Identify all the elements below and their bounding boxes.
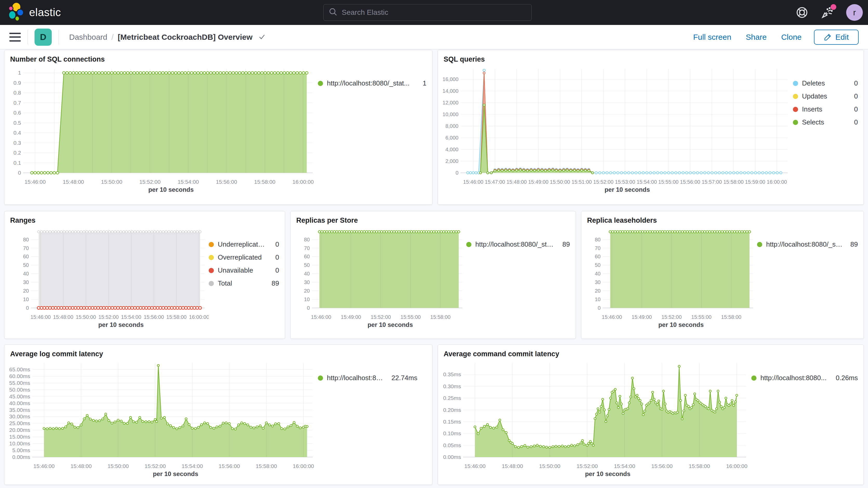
legend-item[interactable]: http://localhost:808...22.74ms bbox=[318, 374, 417, 382]
svg-text:15:56:00: 15:56:00 bbox=[651, 463, 673, 469]
svg-text:15:52:00: 15:52:00 bbox=[593, 179, 614, 185]
svg-text:15:58:00: 15:58:00 bbox=[723, 179, 744, 185]
svg-text:6,000: 6,000 bbox=[445, 135, 458, 141]
svg-text:15:54:00: 15:54:00 bbox=[178, 179, 199, 185]
help-button[interactable] bbox=[795, 6, 809, 19]
edit-button[interactable]: Edit bbox=[814, 30, 859, 45]
legend-dot bbox=[793, 81, 798, 86]
sql-connections-chart[interactable]: 00.10.20.30.40.50.60.70.80.9115:46:0015:… bbox=[8, 65, 318, 195]
svg-text:15:46:00: 15:46:00 bbox=[33, 463, 55, 469]
legend-dot bbox=[209, 255, 214, 260]
chart-legend: http://localhost:8080/_stat...1 bbox=[318, 65, 427, 195]
legend-label: http://localhost:8080/_sta... bbox=[475, 240, 556, 248]
elastic-logo[interactable]: elastic bbox=[7, 2, 61, 23]
panel-number-of-sql-connections: Number of SQL connections 00.10.20.30.40… bbox=[4, 50, 432, 205]
svg-text:15:50:00: 15:50:00 bbox=[550, 179, 570, 185]
legend-dot bbox=[793, 120, 798, 125]
legend-item[interactable]: Underreplicated0 bbox=[209, 240, 279, 248]
search-input[interactable] bbox=[323, 4, 532, 21]
legend-item[interactable]: http://localhost:8080/_stat...1 bbox=[318, 79, 427, 87]
svg-text:15:46:00: 15:46:00 bbox=[602, 314, 622, 320]
ranges-chart[interactable]: 0102030405060708015:46:0015:48:0015:50:0… bbox=[8, 226, 209, 330]
svg-text:10.00ms: 10.00ms bbox=[9, 440, 30, 447]
svg-text:16:00:00: 16:00:00 bbox=[189, 314, 209, 320]
replica-leaseholders-chart[interactable]: 0102030405060708015:46:0015:49:0015:52:0… bbox=[586, 226, 757, 330]
legend-item[interactable]: Overreplicated0 bbox=[209, 253, 279, 262]
legend-item[interactable]: Updates0 bbox=[793, 92, 858, 100]
panel-replicas-per-store: Replicas per Store 0102030405060708015:4… bbox=[290, 211, 576, 339]
svg-text:50.00ms: 50.00ms bbox=[9, 387, 30, 393]
panel-title: SQL queries bbox=[444, 55, 864, 63]
legend-value: 22.74ms bbox=[392, 374, 417, 382]
svg-text:0.25ms: 0.25ms bbox=[443, 395, 461, 401]
svg-text:60: 60 bbox=[595, 254, 600, 259]
legend-value: 0 bbox=[849, 79, 858, 87]
svg-text:15:52:00: 15:52:00 bbox=[139, 179, 161, 185]
breadcrumb: Dashboard / [Metricbeat CockroachDB] Ove… bbox=[69, 32, 266, 42]
legend-item[interactable]: Deletes0 bbox=[793, 79, 858, 87]
legend-item[interactable]: http://localhost:8080...0.26ms bbox=[751, 374, 858, 382]
svg-text:15:57:00: 15:57:00 bbox=[702, 179, 722, 185]
brand-name: elastic bbox=[29, 6, 61, 19]
panel-average-command-commit-latency: Average command commit latency 0.00ms0.0… bbox=[438, 344, 864, 485]
svg-text:1: 1 bbox=[18, 70, 21, 75]
legend-item[interactable]: Selects0 bbox=[793, 118, 858, 126]
divider bbox=[28, 30, 28, 44]
menu-button[interactable] bbox=[9, 33, 21, 41]
svg-text:15:49:00: 15:49:00 bbox=[341, 314, 361, 320]
sql-queries-chart[interactable]: 02,0004,0006,0008,00010,00012,00014,0001… bbox=[442, 65, 793, 195]
legend-value: 89 bbox=[561, 240, 570, 248]
svg-text:15:54:00: 15:54:00 bbox=[637, 179, 657, 185]
svg-text:4,000: 4,000 bbox=[445, 147, 458, 152]
svg-text:5.00ms: 5.00ms bbox=[12, 447, 30, 453]
svg-text:70: 70 bbox=[595, 245, 600, 251]
user-avatar[interactable]: r bbox=[846, 4, 863, 21]
legend-item[interactable]: http://localhost:8080/_sta...89 bbox=[757, 240, 858, 248]
legend-label: Underreplicated bbox=[218, 240, 265, 248]
svg-text:10,000: 10,000 bbox=[442, 112, 458, 117]
legend-value: 0.26ms bbox=[836, 374, 858, 382]
svg-text:50: 50 bbox=[304, 262, 310, 268]
svg-text:15:54:00: 15:54:00 bbox=[614, 463, 635, 469]
chart-legend: http://localhost:8080/_sta...89 bbox=[466, 226, 570, 330]
svg-text:15:58:00: 15:58:00 bbox=[256, 463, 277, 469]
legend-dot bbox=[757, 242, 762, 247]
svg-text:0: 0 bbox=[307, 305, 310, 311]
svg-text:15:55:00: 15:55:00 bbox=[401, 314, 421, 320]
svg-text:per 10 seconds: per 10 seconds bbox=[368, 321, 413, 328]
search-field[interactable] bbox=[342, 8, 519, 17]
svg-text:65.00ms: 65.00ms bbox=[9, 366, 30, 372]
chart-legend: Underreplicated0Overreplicated0Unavailab… bbox=[209, 226, 279, 330]
svg-text:15:50:00: 15:50:00 bbox=[101, 179, 122, 185]
svg-text:10: 10 bbox=[23, 297, 29, 302]
svg-text:15:50:00: 15:50:00 bbox=[107, 463, 129, 469]
svg-text:15:52:00: 15:52:00 bbox=[661, 314, 682, 320]
legend-dot bbox=[318, 81, 323, 86]
svg-text:15:58:00: 15:58:00 bbox=[430, 314, 451, 320]
share-button[interactable]: Share bbox=[746, 33, 767, 41]
svg-text:per 10 seconds: per 10 seconds bbox=[658, 321, 704, 328]
svg-text:16,000: 16,000 bbox=[442, 77, 458, 82]
svg-text:0.7: 0.7 bbox=[13, 100, 21, 106]
dashboard-app-badge[interactable]: D bbox=[35, 29, 52, 46]
svg-text:15:52:00: 15:52:00 bbox=[145, 463, 166, 469]
legend-item[interactable]: Inserts0 bbox=[793, 105, 858, 113]
breadcrumb-dashboard-link[interactable]: Dashboard bbox=[69, 33, 107, 41]
panel-replica-leaseholders: Replica leaseholders 0102030405060708015… bbox=[581, 211, 864, 339]
newsfeed-button[interactable] bbox=[821, 6, 834, 19]
svg-text:0: 0 bbox=[598, 305, 600, 311]
svg-text:80: 80 bbox=[304, 237, 310, 242]
page-title: [Metricbeat CockroachDB] Overview bbox=[118, 33, 253, 41]
legend-item[interactable]: http://localhost:8080/_sta...89 bbox=[466, 240, 570, 248]
svg-text:0.1: 0.1 bbox=[13, 160, 21, 166]
command-commit-latency-chart[interactable]: 0.00ms0.05ms0.10ms0.15ms0.20ms0.25ms0.30… bbox=[442, 360, 751, 479]
legend-item[interactable]: Unavailable0 bbox=[209, 266, 279, 274]
replicas-per-store-chart[interactable]: 0102030405060708015:46:0015:49:0015:52:0… bbox=[295, 226, 466, 330]
svg-text:15:46:00: 15:46:00 bbox=[311, 314, 331, 320]
clone-button[interactable]: Clone bbox=[781, 33, 802, 41]
log-commit-latency-chart[interactable]: 0.00ms5.00ms10.00ms15.00ms20.00ms25.00ms… bbox=[8, 360, 318, 479]
svg-text:35.00ms: 35.00ms bbox=[9, 407, 30, 413]
legend-item[interactable]: Total89 bbox=[209, 279, 279, 287]
svg-text:15:51:00: 15:51:00 bbox=[571, 179, 592, 185]
full-screen-button[interactable]: Full screen bbox=[693, 33, 731, 41]
